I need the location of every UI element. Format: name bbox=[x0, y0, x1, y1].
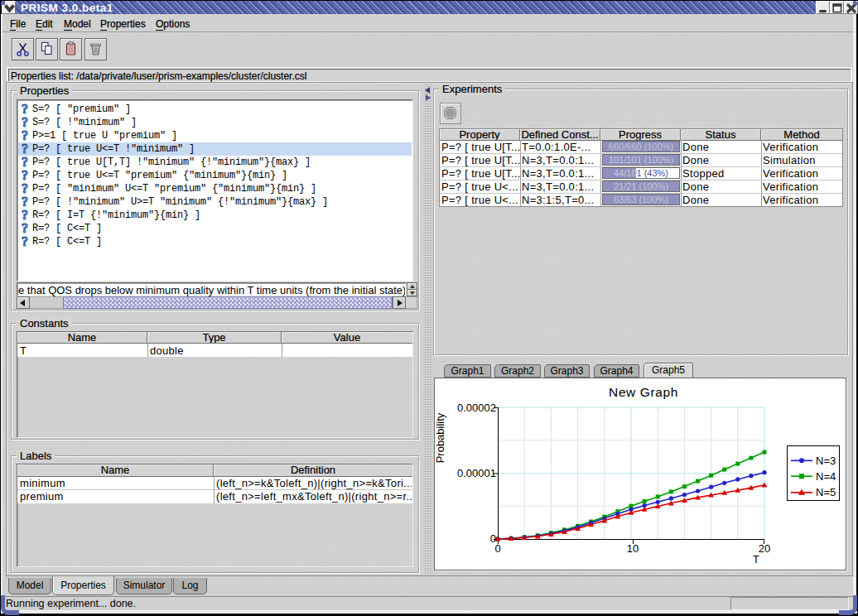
svg-text:New Graph: New Graph bbox=[609, 385, 678, 399]
svg-text:N=3: N=3 bbox=[816, 455, 836, 467]
svg-text:0.00001: 0.00001 bbox=[457, 467, 496, 479]
svg-text:N=4: N=4 bbox=[816, 470, 836, 483]
svg-text:20: 20 bbox=[759, 542, 770, 555]
svg-text:Probability: Probability bbox=[434, 412, 446, 463]
svg-text:10: 10 bbox=[627, 542, 639, 555]
svg-text:0.00002: 0.00002 bbox=[457, 402, 496, 414]
svg-text:T: T bbox=[753, 553, 759, 565]
svg-text:N=5: N=5 bbox=[816, 486, 836, 498]
svg-text:0: 0 bbox=[494, 542, 500, 555]
